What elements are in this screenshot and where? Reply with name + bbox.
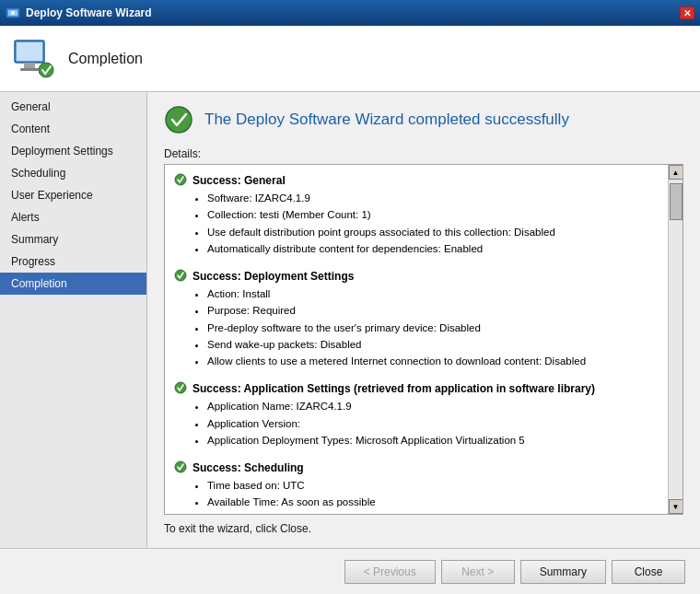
section-app-bullets: Application Name: IZARC4.1.9 Application…	[174, 399, 659, 448]
scrollbar[interactable]: ▲ ▼	[668, 165, 682, 514]
header-title: Completion	[68, 51, 143, 67]
check-icon-general	[174, 173, 187, 186]
check-icon-app	[174, 381, 187, 394]
section-scheduling-bullets: Time based on: UTC Available Time: As so…	[174, 478, 659, 514]
main-panel: The Deploy Software Wizard completed suc…	[147, 92, 700, 548]
sidebar-item-progress[interactable]: Progress	[0, 250, 146, 273]
check-icon-scheduling	[174, 460, 187, 473]
bullet-item: Purpose: Required	[207, 303, 659, 319]
svg-point-12	[175, 461, 186, 472]
details-label: Details:	[164, 147, 683, 160]
title-bar: Deploy Software Wizard ✕	[0, 0, 700, 26]
scrollbar-up-button[interactable]: ▲	[669, 165, 683, 180]
bullet-item: Automatically distribute content for dep…	[207, 241, 659, 257]
svg-rect-4	[17, 42, 42, 61]
main-container: Completion General Content Deployment Se…	[0, 26, 700, 594]
details-box: Success: General Software: IZARC4.1.9 Co…	[164, 164, 683, 515]
bullet-item: Pre-deploy software to the user's primar…	[207, 320, 659, 336]
computer-icon	[11, 37, 55, 81]
section-general-title: Success: General	[192, 172, 286, 189]
sidebar-item-user-experience[interactable]: User Experience	[0, 184, 146, 206]
bullet-item: Application Deployment Types: Microsoft …	[207, 433, 659, 448]
success-icon	[164, 105, 193, 134]
sidebar-item-scheduling[interactable]: Scheduling	[0, 162, 146, 184]
section-app-settings: Success: Application Settings (retrieved…	[174, 380, 659, 448]
bullet-item: Deadline Time: Disabled	[207, 512, 659, 515]
section-deployment-bullets: Action: Install Purpose: Required Pre-de…	[174, 286, 659, 369]
previous-button[interactable]: < Previous	[344, 560, 436, 584]
wizard-header: Completion	[0, 26, 700, 92]
close-window-button[interactable]: ✕	[680, 6, 694, 19]
scrollbar-down-button[interactable]: ▼	[669, 499, 683, 514]
bullet-item: Application Version:	[207, 416, 659, 432]
bullet-item: Use default distribution point groups as…	[207, 225, 659, 240]
bullet-item: Available Time: As soon as possible	[207, 495, 659, 510]
content-area: General Content Deployment Settings Sche…	[0, 92, 700, 548]
sidebar-item-content[interactable]: Content	[0, 118, 146, 140]
sidebar-item-completion[interactable]: Completion	[0, 273, 146, 295]
section-scheduling-title: Success: Scheduling	[192, 460, 304, 476]
scrollbar-thumb[interactable]	[670, 183, 682, 220]
svg-point-2	[11, 11, 15, 15]
footer: < Previous Next > Summary Close	[0, 548, 700, 594]
wizard-icon	[6, 6, 20, 20]
bullet-item: Software: IZARC4.1.9	[207, 191, 659, 206]
bullet-item: Application Name: IZARC4.1.9	[207, 399, 659, 414]
section-scheduling: Success: Scheduling Time based on: UTC A…	[174, 460, 659, 514]
details-content[interactable]: Success: General Software: IZARC4.1.9 Co…	[165, 165, 668, 514]
svg-point-10	[175, 270, 186, 281]
section-app-title: Success: Application Settings (retrieved…	[192, 380, 595, 397]
summary-button[interactable]: Summary	[520, 560, 606, 584]
close-button[interactable]: Close	[612, 560, 685, 584]
title-bar-text: Deploy Software Wizard	[26, 6, 152, 19]
exit-text: To exit the wizard, click Close.	[164, 522, 683, 535]
sidebar: General Content Deployment Settings Sche…	[0, 92, 147, 548]
bullet-item: Allow clients to use a metered Internet …	[207, 354, 659, 369]
section-deployment-title: Success: Deployment Settings	[192, 268, 354, 285]
sidebar-item-alerts[interactable]: Alerts	[0, 206, 146, 228]
svg-point-9	[175, 174, 186, 185]
sidebar-item-deployment-settings[interactable]: Deployment Settings	[0, 140, 146, 162]
bullet-item: Action: Install	[207, 286, 659, 302]
sidebar-item-general[interactable]: General	[0, 96, 146, 118]
svg-point-11	[175, 382, 186, 393]
svg-rect-6	[20, 68, 39, 71]
section-deployment: Success: Deployment Settings Action: Ins…	[174, 268, 659, 369]
scrollbar-track[interactable]	[669, 180, 682, 499]
svg-point-8	[166, 107, 192, 133]
sidebar-item-summary[interactable]: Summary	[0, 228, 146, 250]
bullet-item: Collection: testi (Member Count: 1)	[207, 207, 659, 223]
next-button[interactable]: Next >	[441, 560, 515, 584]
bullet-item: Time based on: UTC	[207, 478, 659, 494]
section-general: Success: General Software: IZARC4.1.9 Co…	[174, 172, 659, 257]
svg-rect-5	[24, 63, 35, 68]
success-header: The Deploy Software Wizard completed suc…	[164, 105, 683, 134]
check-icon-deployment	[174, 269, 187, 282]
svg-point-7	[39, 63, 53, 77]
bullet-item: Send wake-up packets: Disabled	[207, 337, 659, 353]
section-general-bullets: Software: IZARC4.1.9 Collection: testi (…	[174, 191, 659, 257]
success-title: The Deploy Software Wizard completed suc…	[204, 111, 569, 129]
